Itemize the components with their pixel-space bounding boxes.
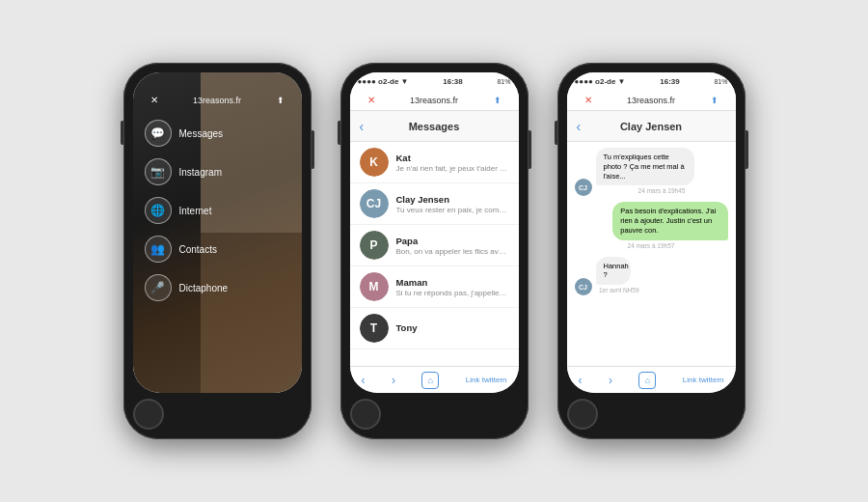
chat-time-3: 1er avril NH59 xyxy=(596,287,643,293)
menu-item-messages[interactable]: 💬 Messages xyxy=(133,115,302,152)
msg-name-kat: Kat xyxy=(396,153,509,163)
messages-list: K Kat Je n'ai rien fait, je peux t'aider… xyxy=(350,142,519,366)
contacts-icon: 👥 xyxy=(150,242,165,256)
msg-preview-maman: Si tu ne réponds pas, j'appelle la polic… xyxy=(396,289,509,297)
phone-screen-3: ●●●● o2-de ▼ 16:39 81% ✕ 13reasons.fr ⬆ … xyxy=(567,72,736,393)
chat-avatar-clay-1: CJ xyxy=(575,179,592,196)
menu-item-contacts[interactable]: 👥 Contacts xyxy=(133,231,302,267)
link-twitter-btn-3[interactable]: Link twittern xyxy=(683,376,724,384)
msg-content-maman: Maman Si tu ne réponds pas, j'appelle la… xyxy=(396,277,509,297)
menu-item-internet[interactable]: 🌐 Internet xyxy=(133,192,302,229)
msg-preview-papa: Bon, on va appeler les flics avec ta mèr… xyxy=(396,247,509,256)
forward-nav-3[interactable]: › xyxy=(609,374,612,387)
menu-label-messages: Messages xyxy=(179,128,224,139)
screen-header-3: ‹ Clay Jensen xyxy=(567,111,736,142)
back-nav-3[interactable]: ‹ xyxy=(579,374,583,387)
msg-name-tony: Tony xyxy=(396,322,509,333)
url-bar-3: ✕ 13reasons.fr ⬆ xyxy=(567,90,736,111)
msg-content-kat: Kat Je n'ai rien fait, je peux t'aider s… xyxy=(396,153,509,173)
phone-2: ●●●● o2-de ▼ 16:38 81% ✕ 13reasons.fr ⬆ … xyxy=(340,63,529,439)
avatar-placeholder-papa: P xyxy=(360,231,389,260)
home-button-1[interactable] xyxy=(133,399,164,430)
chat-time-1: 24 mars à 19h45 xyxy=(596,187,728,194)
avatar-placeholder-clay: CJ xyxy=(360,189,389,218)
close-btn-2[interactable]: ✕ xyxy=(367,95,375,105)
phone-screen-2: ●●●● o2-de ▼ 16:38 81% ✕ 13reasons.fr ⬆ … xyxy=(350,72,519,393)
home-button-2[interactable] xyxy=(350,399,381,430)
chat-avatar-clay-2: CJ xyxy=(575,278,592,295)
chat-msg-wrapper-2: Pas besoin d'explications. J'ai rien à a… xyxy=(575,202,728,250)
messages-icon: 💬 xyxy=(150,126,165,140)
avatar-tony: T xyxy=(360,314,389,343)
menu-label-dictaphone: Dictaphone xyxy=(179,283,229,293)
chat-row-received-2: CJ Hannah ? 1er avril NH59 xyxy=(575,257,728,296)
avatar-placeholder-maman: M xyxy=(360,272,389,301)
avatar-clay: CJ xyxy=(360,189,389,218)
menu-label-internet: Internet xyxy=(179,206,212,216)
share-btn-3[interactable]: ⬆ xyxy=(711,96,719,105)
msg-name-papa: Papa xyxy=(396,236,509,246)
screen-title-3: Clay Jensen xyxy=(620,121,682,132)
status-bar-2: ●●●● o2-de ▼ 16:38 81% xyxy=(350,72,519,90)
url-text-3: 13reasons.fr xyxy=(627,96,675,105)
avatar-maman: M xyxy=(360,272,389,301)
message-item-clay[interactable]: CJ Clay Jensen Tu veux rester en paix, j… xyxy=(350,183,519,225)
back-arrow-2[interactable]: ‹ xyxy=(360,119,365,134)
dictaphone-icon: 🎤 xyxy=(150,281,165,294)
msg-name-maman: Maman xyxy=(396,277,509,288)
instagram-icon: 📷 xyxy=(150,165,165,179)
battery-3: 81% xyxy=(714,78,727,85)
menu-item-instagram[interactable]: 📷 Instagram xyxy=(133,153,302,190)
carrier-2: ●●●● o2-de ▼ xyxy=(358,77,409,86)
link-twitter-btn-2[interactable]: Link twittern xyxy=(466,376,507,384)
url-bar-2: ✕ 13reasons.fr ⬆ xyxy=(350,90,519,111)
bottom-bar-3: ‹ › ⌂ Link twittern xyxy=(567,366,736,393)
screen-header-2: ‹ Messages xyxy=(350,111,519,142)
menu-circle-instagram: 📷 xyxy=(145,158,172,185)
bottom-bar-2: ‹ › ⌂ Link twittern xyxy=(350,366,519,393)
phone-screen-1: ●●●● o2-de ▼ 16:38 81% 🔋 ✕ 13reasons.fr … xyxy=(133,72,302,393)
msg-content-clay: Clay Jensen Tu veux rester en paix, je c… xyxy=(396,194,509,214)
msg-name-clay: Clay Jensen xyxy=(396,194,509,205)
close-btn-3[interactable]: ✕ xyxy=(584,95,592,105)
chat-time-2: 24 mars à 19h57 xyxy=(575,242,728,249)
home-icon-2[interactable]: ⌂ xyxy=(421,372,439,389)
chat-msg-wrapper-3: Hannah ? 1er avril NH59 xyxy=(596,257,643,296)
chat-row-received-1: CJ Tu m'expliques cette photo ? Ça me me… xyxy=(575,148,728,196)
time-2: 16:38 xyxy=(443,77,462,86)
chat-msg-received-2: Hannah ? xyxy=(596,257,631,286)
chat-msg-sent-1: Pas besoin d'explications. J'ai rien à a… xyxy=(612,202,727,239)
close-btn-1[interactable]: ✕ xyxy=(150,95,158,105)
menu-item-dictaphone[interactable]: 🎤 Dictaphone xyxy=(133,269,302,306)
avatar-placeholder-kat: K xyxy=(360,148,389,177)
menu-circle-contacts: 👥 xyxy=(145,236,172,263)
menu-label-instagram: Instagram xyxy=(179,167,222,178)
battery-2: 81% xyxy=(497,78,510,85)
phone-1: ●●●● o2-de ▼ 16:38 81% 🔋 ✕ 13reasons.fr … xyxy=(123,63,312,439)
avatar-kat: K xyxy=(360,148,389,177)
back-arrow-3[interactable]: ‹ xyxy=(577,119,582,134)
menu-circle-internet: 🌐 xyxy=(145,197,172,224)
message-item-tony[interactable]: T Tony xyxy=(350,308,519,349)
phone-3: ●●●● o2-de ▼ 16:39 81% ✕ 13reasons.fr ⬆ … xyxy=(557,63,746,439)
status-bar-3: ●●●● o2-de ▼ 16:39 81% xyxy=(567,72,736,90)
chat-msg-received-1: Tu m'expliques cette photo ? Ça me met m… xyxy=(596,148,695,185)
share-btn-2[interactable]: ⬆ xyxy=(494,96,502,105)
menu-circle-messages: 💬 xyxy=(145,120,172,147)
message-item-papa[interactable]: P Papa Bon, on va appeler les flics avec… xyxy=(350,225,519,266)
internet-icon: 🌐 xyxy=(150,204,165,217)
time-3: 16:39 xyxy=(660,77,679,86)
chat-row-sent-1: Pas besoin d'explications. J'ai rien à a… xyxy=(575,202,728,250)
avatar-placeholder-tony: T xyxy=(360,314,389,343)
home-button-3[interactable] xyxy=(567,399,598,430)
chat-body: CJ Tu m'expliques cette photo ? Ça me me… xyxy=(567,142,736,366)
home-icon-3[interactable]: ⌂ xyxy=(638,372,656,389)
share-btn-1[interactable]: ⬆ xyxy=(277,96,285,105)
forward-nav-2[interactable]: › xyxy=(392,374,395,387)
url-bar-inner-1: ✕ 13reasons.fr ⬆ xyxy=(133,96,302,105)
message-item-kat[interactable]: K Kat Je n'ai rien fait, je peux t'aider… xyxy=(350,142,519,183)
back-nav-2[interactable]: ‹ xyxy=(362,374,366,387)
message-item-maman[interactable]: M Maman Si tu ne réponds pas, j'appelle … xyxy=(350,266,519,308)
phone-device-3: ●●●● o2-de ▼ 16:39 81% ✕ 13reasons.fr ⬆ … xyxy=(557,63,746,439)
phone-device-2: ●●●● o2-de ▼ 16:38 81% ✕ 13reasons.fr ⬆ … xyxy=(340,63,529,439)
